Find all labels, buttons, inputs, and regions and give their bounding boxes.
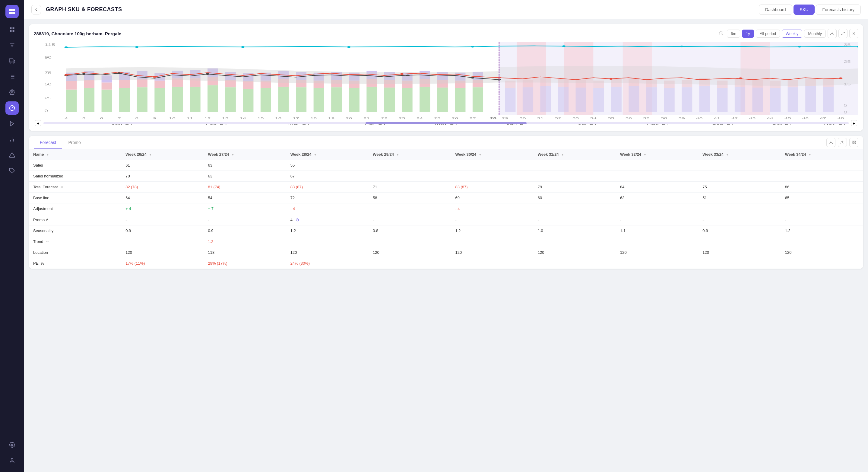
cell-pd-w32: - <box>616 214 698 226</box>
col-header-w28[interactable]: Week 28/24 ▼ <box>286 149 369 160</box>
chart-scrollbar-thumb[interactable] <box>366 122 527 124</box>
svg-rect-113 <box>437 88 448 112</box>
cell-pe-w33 <box>698 258 780 269</box>
svg-point-17 <box>11 92 13 93</box>
chart-info-icon[interactable]: ⓘ <box>719 31 723 36</box>
nav-sku[interactable]: SKU <box>794 4 815 15</box>
cell-pe-w30 <box>451 258 533 269</box>
back-button[interactable] <box>31 5 41 14</box>
svg-text:42: 42 <box>732 117 738 119</box>
svg-text:25: 25 <box>44 96 52 100</box>
sidebar-item-settings[interactable] <box>5 438 19 451</box>
promo-delta-info-icon[interactable]: ⊙ <box>296 217 299 222</box>
table-scroll-container[interactable]: Name ▼ Week 26/24 ▼ Week 27/24 ▼ Week 28… <box>29 149 863 269</box>
svg-rect-51 <box>66 81 76 90</box>
svg-text:40: 40 <box>696 117 703 119</box>
svg-rect-92 <box>314 88 324 112</box>
sidebar-logo[interactable] <box>5 5 19 18</box>
close-chart-button[interactable] <box>849 29 858 38</box>
svg-point-179 <box>347 46 351 48</box>
sidebar-item-user[interactable] <box>5 454 19 467</box>
period-all[interactable]: All period <box>756 30 780 38</box>
period-6m[interactable]: 6m <box>727 30 740 38</box>
row-name-total-forecast: Total Forecast ✏ <box>29 182 121 193</box>
tab-promo[interactable]: Promo <box>62 136 87 149</box>
cell-adj-w31 <box>533 203 616 214</box>
view-monthly[interactable]: Monthly <box>804 30 826 38</box>
svg-rect-59 <box>119 88 130 112</box>
cell-bl-w27: 54 <box>204 193 286 203</box>
cell-pd-w27: - <box>204 214 286 226</box>
sidebar-item-list[interactable] <box>5 70 19 83</box>
svg-rect-63 <box>137 79 148 87</box>
sidebar-item-warning[interactable] <box>5 148 19 162</box>
svg-rect-53 <box>84 88 94 112</box>
cell-tf-w26: 82 (78) <box>121 182 204 193</box>
sidebar-item-grid[interactable] <box>5 23 19 36</box>
table-row: Promo Δ - - 4 ⊙ - - - - - - <box>29 214 863 226</box>
sidebar-item-filter[interactable] <box>5 39 19 52</box>
cell-loc-w27: 118 <box>204 247 286 258</box>
svg-rect-126 <box>540 86 551 112</box>
chart-controls: 6m 1y All period Weekly Monthly <box>727 29 858 38</box>
svg-rect-81 <box>243 81 253 89</box>
svg-rect-66 <box>154 81 165 88</box>
cell-salesnorm-w34 <box>781 171 863 182</box>
view-weekly[interactable]: Weekly <box>782 30 802 38</box>
col-header-w26[interactable]: Week 26/24 ▼ <box>121 149 204 160</box>
grid-table-button[interactable] <box>849 138 858 147</box>
svg-point-180 <box>471 46 474 48</box>
cell-adj-w26: + 4 <box>121 203 204 214</box>
svg-rect-80 <box>243 89 253 112</box>
svg-rect-101 <box>367 87 377 112</box>
sidebar-item-play[interactable] <box>5 117 19 130</box>
nav-dashboard[interactable]: Dashboard <box>759 4 792 15</box>
svg-text:38: 38 <box>661 117 668 119</box>
cell-sales-w29 <box>369 160 451 171</box>
cell-tf-w29: 71 <box>369 182 451 193</box>
content-area: 288319, Chocolate 100g berham. Pergale ⓘ… <box>24 19 868 472</box>
svg-text:12: 12 <box>204 117 211 119</box>
cell-tr-w34: - <box>781 236 863 247</box>
chart-scroll-right[interactable]: ▶ <box>851 120 857 126</box>
download-chart-button[interactable] <box>828 29 837 38</box>
col-header-w31[interactable]: Week 31/24 ▼ <box>533 149 616 160</box>
col-header-w32[interactable]: Week 32/24 ▼ <box>616 149 698 160</box>
sidebar-item-gear[interactable] <box>5 86 19 99</box>
col-header-name[interactable]: Name ▼ <box>29 149 121 160</box>
upload-table-button[interactable] <box>838 138 847 147</box>
expand-chart-button[interactable] <box>838 29 847 38</box>
cell-tf-w30: 83 (87) <box>451 182 533 193</box>
svg-rect-132 <box>593 88 604 112</box>
edit-total-forecast-icon[interactable]: ✏ <box>61 185 64 189</box>
svg-text:23: 23 <box>399 117 405 119</box>
sidebar <box>0 0 24 472</box>
nav-forecasts-history[interactable]: Forecasts history <box>816 4 861 15</box>
col-header-w34[interactable]: Week 34/24 ▼ <box>781 149 863 160</box>
download-table-button[interactable] <box>826 138 835 147</box>
col-header-w27[interactable]: Week 27/24 ▼ <box>204 149 286 160</box>
row-name-promo-delta: Promo Δ <box>29 214 121 226</box>
sidebar-item-truck[interactable] <box>5 54 19 68</box>
svg-rect-56 <box>102 90 112 112</box>
svg-text:0: 0 <box>44 109 48 113</box>
col-header-w30[interactable]: Week 30/24 ▼ <box>451 149 533 160</box>
chart-scroll-left[interactable]: ◀ <box>35 120 41 126</box>
svg-text:46: 46 <box>802 117 809 119</box>
col-header-w33[interactable]: Week 33/24 ▼ <box>698 149 780 160</box>
sidebar-item-chart[interactable] <box>5 133 19 146</box>
svg-text:115: 115 <box>44 43 55 47</box>
svg-rect-6 <box>10 30 12 32</box>
svg-point-165 <box>406 75 409 76</box>
sidebar-item-tag[interactable] <box>5 164 19 177</box>
col-header-w29[interactable]: Week 29/24 ▼ <box>369 149 451 160</box>
svg-rect-130 <box>576 88 586 112</box>
svg-rect-8 <box>9 59 13 62</box>
cell-adj-w34 <box>781 203 863 214</box>
edit-trend-icon[interactable]: ✏ <box>46 240 49 244</box>
sidebar-item-analytics[interactable] <box>5 101 19 115</box>
period-1y[interactable]: 1y <box>742 30 754 38</box>
svg-text:27: 27 <box>469 117 476 119</box>
svg-rect-89 <box>296 87 306 112</box>
tab-forecast[interactable]: Forecast <box>34 136 62 149</box>
